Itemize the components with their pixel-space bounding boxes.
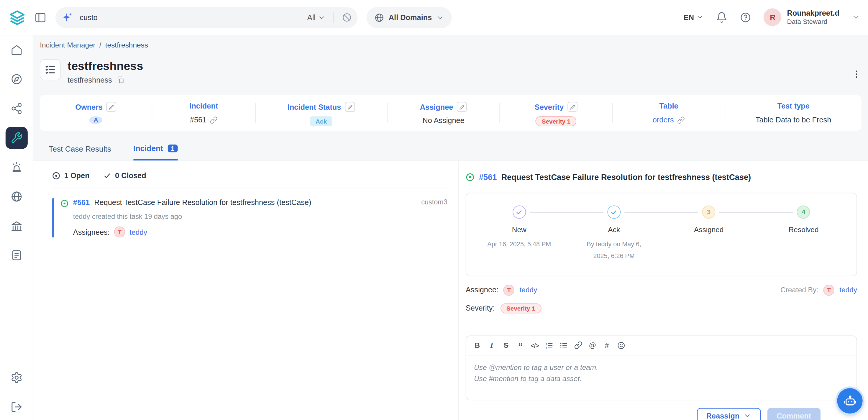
owners-label: Owners	[75, 102, 103, 111]
chevron-down-icon[interactable]	[851, 13, 860, 22]
comment-input[interactable]: Use @mention to tag a user or a team. Us…	[466, 355, 857, 400]
step-label: Assigned	[694, 225, 723, 234]
edit-status-icon[interactable]	[345, 102, 355, 112]
global-search: All	[56, 7, 358, 28]
search-scope-dropdown[interactable]: All	[307, 13, 326, 22]
sidebar-item-governance[interactable]	[5, 215, 27, 237]
network-graph-icon	[10, 102, 23, 115]
domains-dropdown[interactable]: All Domains	[367, 7, 452, 28]
user-name: Rounakpreet.d	[787, 8, 839, 18]
avatar: R	[764, 8, 782, 26]
kebab-menu-icon[interactable]	[849, 67, 864, 82]
incident-id-link[interactable]: #561	[73, 198, 90, 206]
meta-table: Table orders	[613, 102, 725, 124]
app-root: All All Domains EN	[0, 0, 868, 420]
sidebar-item-lineage[interactable]	[5, 97, 27, 119]
step-timestamp: Apr 16, 2025, 5:48 PM	[487, 239, 551, 250]
notifications-bell-icon[interactable]	[716, 11, 727, 23]
table-name[interactable]: orders	[653, 116, 674, 124]
link-icon[interactable]	[677, 116, 685, 124]
link-icon[interactable]	[571, 338, 585, 352]
created-by-label: Created By:	[780, 286, 818, 294]
mention-user-icon[interactable]: @	[586, 338, 599, 352]
code-icon[interactable]: </>	[528, 338, 541, 352]
reassign-button[interactable]: Reassign	[697, 408, 761, 420]
page-subtitle: testfreshness	[67, 76, 112, 84]
detail-assignee-label: Assignee:	[466, 286, 498, 294]
detail-incident-id-link[interactable]: #561	[479, 173, 497, 182]
sidebar-item-explore[interactable]	[5, 68, 27, 90]
reassign-label: Reassign	[706, 412, 740, 420]
sidebar-item-settings[interactable]	[5, 367, 27, 389]
step-new: New Apr 16, 2025, 5:48 PM	[472, 206, 566, 262]
ordered-list-icon[interactable]: 12	[543, 338, 556, 352]
comment-button[interactable]: Comment	[767, 408, 820, 420]
sidebar-item-home[interactable]	[5, 39, 27, 61]
step-assigned-circle: 3	[702, 206, 715, 219]
edit-severity-icon[interactable]	[568, 102, 578, 112]
link-icon[interactable]	[210, 116, 217, 124]
meta-band: Owners A Incident #561 Inciden	[40, 95, 862, 131]
creator-name-link[interactable]: teddy	[839, 286, 857, 294]
brand-logo-icon[interactable]	[9, 9, 25, 26]
tab-incident[interactable]: Incident 1	[133, 144, 178, 160]
chevron-down-icon	[436, 13, 444, 21]
step-ack: Ack By teddy on May 6, 2025, 6:26 PM	[566, 206, 661, 262]
tab-test-case-results[interactable]: Test Case Results	[49, 144, 111, 160]
blockquote-icon[interactable]: “	[514, 338, 527, 352]
incident-status-label: Incident Status	[287, 102, 341, 111]
step-label: Resolved	[789, 225, 819, 234]
incident-number[interactable]: #561	[190, 116, 207, 124]
mention-asset-icon[interactable]: #	[600, 338, 614, 352]
tab-label: Incident	[133, 144, 163, 153]
search-input[interactable]	[79, 13, 302, 22]
bullet-list-icon[interactable]	[557, 338, 570, 352]
incident-list-item[interactable]: #561 Request TestCase Failure Resolution…	[52, 198, 447, 237]
user-menu[interactable]: R Rounakpreet.d Data Steward	[764, 8, 839, 27]
meta-test-type: Test type Table Data to be Fresh	[725, 102, 862, 124]
italic-icon[interactable]: I	[485, 338, 498, 352]
edit-owners-icon[interactable]	[106, 102, 117, 112]
closed-count: 0 Closed	[103, 172, 146, 180]
clear-search-icon[interactable]	[342, 12, 352, 23]
copy-icon[interactable]	[117, 76, 125, 84]
strikethrough-icon[interactable]: S	[499, 338, 513, 352]
step-resolved: 4 Resolved	[756, 206, 851, 262]
edit-assignee-icon[interactable]	[457, 102, 467, 112]
user-role: Data Steward	[787, 18, 839, 27]
emoji-icon[interactable]	[615, 338, 628, 352]
journal-icon	[10, 249, 23, 261]
bold-icon[interactable]: B	[471, 338, 484, 352]
sidebar-toggle-icon[interactable]	[34, 11, 46, 23]
test-type-value: Table Data to be Fresh	[756, 116, 831, 124]
sidebar-item-incident-manager[interactable]	[5, 127, 27, 149]
siren-icon	[10, 161, 23, 173]
incident-tag: custom3	[421, 198, 447, 206]
test-type-label: Test type	[777, 102, 809, 110]
breadcrumb-incident-manager[interactable]: Incident Manager	[40, 41, 96, 49]
severity-badge: Severity 1	[500, 303, 541, 313]
sidebar-item-docs[interactable]	[5, 244, 27, 266]
sidebar-item-alerts[interactable]	[5, 156, 27, 178]
sidebar	[0, 35, 33, 420]
step-timestamp: By teddy on May 6, 2025, 6:26 PM	[578, 239, 650, 262]
assignee-name-link[interactable]: teddy	[520, 286, 537, 294]
tab-label: Test Case Results	[49, 145, 111, 153]
sidebar-item-logout[interactable]	[5, 396, 27, 418]
chatbot-button[interactable]	[837, 388, 862, 414]
creator-avatar: T	[824, 284, 835, 296]
comment-editor: B I S “ </> 12	[466, 335, 857, 400]
detail-severity-label: Severity:	[466, 304, 495, 312]
language-dropdown[interactable]: EN	[684, 13, 704, 22]
breadcrumb: Incident Manager / testfreshness	[33, 35, 868, 49]
assignee-name-link[interactable]: teddy	[129, 228, 147, 236]
incident-detail-panel: #561 Request TestCase Failure Resolution…	[459, 161, 868, 420]
help-icon[interactable]	[740, 11, 751, 23]
detail-incident-title: Request TestCase Failure Resolution for …	[501, 173, 751, 182]
tabs: Test Case Results Incident 1	[33, 144, 868, 160]
circle-dot-icon	[52, 172, 60, 180]
chevron-down-icon	[744, 412, 751, 420]
sidebar-item-domains[interactable]	[5, 185, 27, 208]
incident-panels: 1 Open 0 Closed #561 Request TestCase Fa…	[33, 161, 868, 420]
meta-severity: Severity Severity 1	[500, 102, 612, 124]
